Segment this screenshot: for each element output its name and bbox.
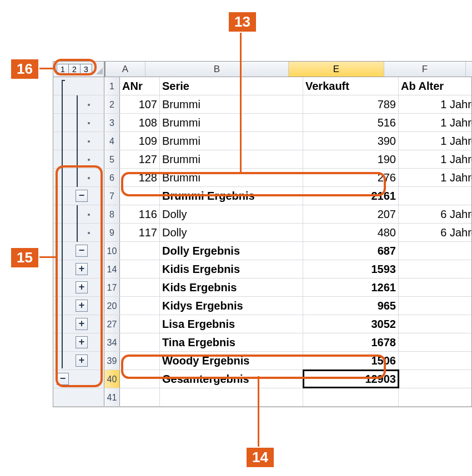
outline-level-3[interactable]: 3: [80, 64, 92, 75]
cell-F[interactable]: [399, 297, 472, 315]
outline-expand-button[interactable]: +: [76, 263, 88, 275]
cell-B[interactable]: Woody Ergebnis: [160, 352, 303, 369]
cell-E[interactable]: 390: [303, 132, 399, 150]
cell-B[interactable]: Gesamtergebnis: [160, 370, 303, 388]
cell-B[interactable]: Kidys Ergebnis: [160, 297, 303, 315]
column-header-G[interactable]: V-P: [466, 62, 472, 77]
outline-expand-button[interactable]: +: [76, 336, 88, 348]
cell-B[interactable]: Kidis Ergebnis: [160, 260, 303, 278]
row-header[interactable]: 7: [104, 187, 120, 205]
cell-F[interactable]: [399, 315, 472, 333]
outline-expand-button[interactable]: +: [76, 355, 88, 367]
cell-A[interactable]: 128: [120, 169, 160, 186]
cell-F[interactable]: [399, 388, 472, 406]
row-header[interactable]: 17: [104, 278, 120, 296]
outline-level-1[interactable]: 1: [57, 64, 69, 75]
cell-B[interactable]: Brummi: [160, 150, 303, 168]
row-header[interactable]: 10: [104, 242, 120, 260]
row-header[interactable]: 20: [104, 297, 120, 315]
row-header[interactable]: 3: [104, 114, 120, 131]
outline-collapse-button[interactable]: −: [76, 190, 88, 202]
cell-F[interactable]: Ab Alter: [399, 77, 472, 95]
cell-B[interactable]: Brummi: [160, 169, 303, 186]
cell-A[interactable]: 116: [120, 205, 160, 223]
cell-E[interactable]: 2161: [303, 187, 399, 205]
cell-E[interactable]: 1506: [303, 352, 399, 369]
cell-F[interactable]: 1 Jahre: [399, 132, 472, 150]
cell-A[interactable]: 107: [120, 95, 160, 113]
cell-E[interactable]: 190: [303, 150, 399, 168]
row-header[interactable]: 5: [104, 150, 120, 168]
row-header[interactable]: 40: [104, 370, 120, 388]
column-header-F[interactable]: F: [384, 62, 466, 77]
cell-E[interactable]: 1261: [303, 278, 399, 296]
cell-E[interactable]: Verkauft: [303, 77, 399, 95]
cell-B[interactable]: Kids Ergebnis: [160, 278, 303, 296]
cell-B[interactable]: Lisa Ergebnis: [160, 315, 303, 333]
outline-expand-button[interactable]: +: [76, 300, 88, 312]
cell-F[interactable]: 6 Jahre: [399, 224, 472, 241]
column-header-E[interactable]: E: [289, 62, 384, 77]
cell-B[interactable]: Dolly: [160, 205, 303, 223]
cell-E[interactable]: 1593: [303, 260, 399, 278]
cell-A[interactable]: [120, 242, 160, 260]
cell-F[interactable]: [399, 352, 472, 369]
row-header[interactable]: 6: [104, 169, 120, 186]
row-header[interactable]: 8: [104, 205, 120, 223]
cell-A[interactable]: [120, 333, 160, 351]
cell-A[interactable]: [120, 278, 160, 296]
cell-A[interactable]: [120, 352, 160, 369]
row-header[interactable]: 41: [104, 388, 120, 406]
column-header-A[interactable]: A: [106, 62, 145, 77]
cell-E[interactable]: 207: [303, 205, 399, 223]
cell-E[interactable]: 12903: [303, 370, 399, 388]
cell-E[interactable]: 687: [303, 242, 399, 260]
row-header[interactable]: 14: [104, 260, 120, 278]
cell-F[interactable]: [399, 278, 472, 296]
row-header[interactable]: 39: [104, 352, 120, 369]
cell-A[interactable]: [120, 260, 160, 278]
cell-E[interactable]: 276: [303, 169, 399, 186]
cell-B[interactable]: [160, 388, 303, 406]
cell-B[interactable]: Brummi: [160, 95, 303, 113]
cell-A[interactable]: [120, 187, 160, 205]
row-header[interactable]: 2: [104, 95, 120, 113]
cell-A[interactable]: [120, 388, 160, 406]
cell-B[interactable]: Brummi: [160, 114, 303, 131]
cell-A[interactable]: ANr: [120, 77, 160, 95]
cell-F[interactable]: [399, 333, 472, 351]
cell-F[interactable]: 1 Jahre: [399, 150, 472, 168]
cell-E[interactable]: 480: [303, 224, 399, 241]
cell-A[interactable]: 117: [120, 224, 160, 241]
cell-F[interactable]: [399, 260, 472, 278]
row-header[interactable]: 4: [104, 132, 120, 150]
row-header[interactable]: 34: [104, 333, 120, 351]
outline-level-2[interactable]: 2: [68, 64, 81, 75]
cell-A[interactable]: 108: [120, 114, 160, 131]
cell-B[interactable]: Dolly Ergebnis: [160, 242, 303, 260]
cell-A[interactable]: [120, 370, 160, 388]
cell-F[interactable]: 1 Jahre: [399, 95, 472, 113]
cell-E[interactable]: 789: [303, 95, 399, 113]
select-all-triangle[interactable]: [104, 62, 106, 77]
cell-F[interactable]: [399, 187, 472, 205]
outline-expand-button[interactable]: +: [76, 318, 88, 330]
cell-B[interactable]: Brummi: [160, 132, 303, 150]
row-header[interactable]: 27: [104, 315, 120, 333]
outline-collapse-button[interactable]: −: [76, 245, 88, 257]
cell-E[interactable]: [303, 388, 399, 406]
cell-E[interactable]: 516: [303, 114, 399, 131]
row-header[interactable]: 9: [104, 224, 120, 241]
cell-F[interactable]: 1 Jahre: [399, 169, 472, 186]
cell-B[interactable]: Tina Ergebnis: [160, 333, 303, 351]
cell-F[interactable]: 1 Jahre: [399, 114, 472, 131]
cell-E[interactable]: 1678: [303, 333, 399, 351]
cell-A[interactable]: 127: [120, 150, 160, 168]
row-header[interactable]: 1: [104, 77, 120, 95]
cell-F[interactable]: 6 Jahre: [399, 205, 472, 223]
cell-F[interactable]: [399, 370, 472, 388]
column-header-B[interactable]: B: [145, 62, 289, 77]
cell-B[interactable]: Dolly: [160, 224, 303, 241]
cell-A[interactable]: [120, 297, 160, 315]
cell-A[interactable]: [120, 315, 160, 333]
